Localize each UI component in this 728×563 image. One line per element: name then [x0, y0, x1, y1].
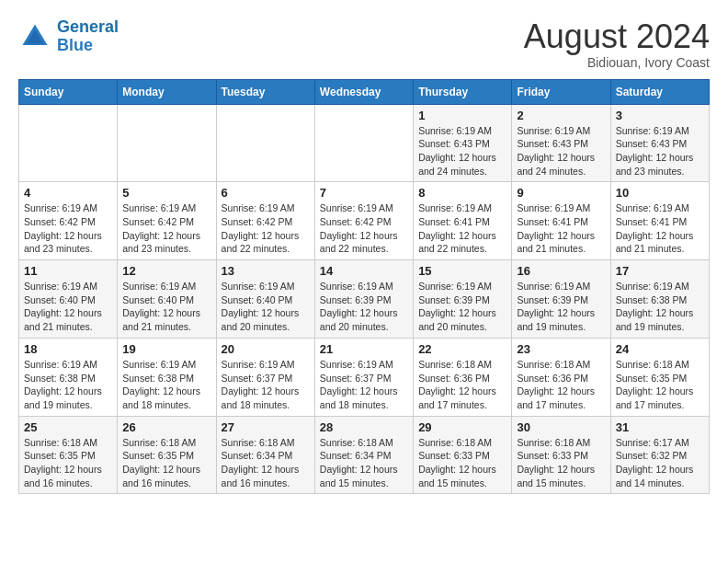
week-row-3: 18Sunrise: 6:19 AMSunset: 6:38 PMDayligh…	[19, 338, 710, 416]
day-info: Sunrise: 6:19 AMSunset: 6:37 PMDaylight:…	[222, 358, 310, 412]
calendar-cell	[314, 104, 413, 182]
calendar-cell: 3Sunrise: 6:19 AMSunset: 6:43 PMDaylight…	[610, 104, 709, 182]
day-info: Sunrise: 6:18 AMSunset: 6:34 PMDaylight:…	[222, 436, 310, 490]
day-number: 9	[517, 186, 605, 200]
header-day-monday: Monday	[118, 79, 216, 104]
header-day-sunday: Sunday	[19, 79, 118, 104]
day-info: Sunrise: 6:19 AMSunset: 6:38 PMDaylight:…	[616, 280, 704, 334]
day-number: 10	[616, 186, 704, 200]
calendar-cell: 13Sunrise: 6:19 AMSunset: 6:40 PMDayligh…	[216, 260, 314, 339]
calendar-cell	[19, 104, 118, 182]
day-number: 28	[320, 420, 408, 434]
calendar-cell: 5Sunrise: 6:19 AMSunset: 6:42 PMDaylight…	[118, 182, 216, 260]
calendar-cell: 7Sunrise: 6:19 AMSunset: 6:42 PMDaylight…	[314, 182, 413, 260]
calendar-cell: 26Sunrise: 6:18 AMSunset: 6:35 PMDayligh…	[118, 416, 216, 494]
calendar-cell: 29Sunrise: 6:18 AMSunset: 6:33 PMDayligh…	[414, 416, 512, 494]
day-info: Sunrise: 6:19 AMSunset: 6:43 PMDaylight:…	[616, 124, 704, 178]
day-info: Sunrise: 6:19 AMSunset: 6:42 PMDaylight:…	[122, 201, 210, 256]
day-number: 16	[517, 264, 605, 278]
day-number: 29	[418, 420, 506, 434]
calendar-cell: 18Sunrise: 6:19 AMSunset: 6:38 PMDayligh…	[19, 338, 118, 416]
day-number: 31	[616, 420, 704, 434]
day-number: 19	[122, 342, 210, 356]
day-info: Sunrise: 6:19 AMSunset: 6:41 PMDaylight:…	[616, 201, 704, 256]
calendar-header: SundayMondayTuesdayWednesdayThursdayFrid…	[19, 79, 710, 104]
day-info: Sunrise: 6:19 AMSunset: 6:40 PMDaylight:…	[24, 280, 112, 334]
week-row-2: 11Sunrise: 6:19 AMSunset: 6:40 PMDayligh…	[19, 260, 710, 339]
day-number: 18	[24, 342, 112, 356]
logo: General Blue	[18, 18, 119, 55]
header-day-tuesday: Tuesday	[216, 79, 314, 104]
day-number: 3	[616, 109, 704, 122]
calendar-cell: 27Sunrise: 6:18 AMSunset: 6:34 PMDayligh…	[216, 416, 314, 494]
day-number: 21	[320, 342, 408, 356]
day-number: 8	[418, 186, 506, 200]
calendar-body: 1Sunrise: 6:19 AMSunset: 6:43 PMDaylight…	[19, 104, 710, 494]
day-number: 27	[222, 420, 310, 434]
day-info: Sunrise: 6:19 AMSunset: 6:40 PMDaylight:…	[222, 280, 310, 334]
day-number: 26	[122, 420, 210, 434]
day-info: Sunrise: 6:17 AMSunset: 6:32 PMDaylight:…	[616, 436, 704, 490]
calendar-table: SundayMondayTuesdayWednesdayThursdayFrid…	[18, 79, 710, 495]
day-number: 24	[616, 342, 704, 356]
day-info: Sunrise: 6:19 AMSunset: 6:42 PMDaylight:…	[320, 201, 408, 256]
day-info: Sunrise: 6:18 AMSunset: 6:35 PMDaylight:…	[616, 358, 704, 412]
week-row-0: 1Sunrise: 6:19 AMSunset: 6:43 PMDaylight…	[19, 104, 710, 182]
calendar-cell: 23Sunrise: 6:18 AMSunset: 6:36 PMDayligh…	[512, 338, 610, 416]
week-row-1: 4Sunrise: 6:19 AMSunset: 6:42 PMDaylight…	[19, 182, 710, 260]
location-subtitle: Bidiouan, Ivory Coast	[524, 55, 710, 70]
calendar-cell: 24Sunrise: 6:18 AMSunset: 6:35 PMDayligh…	[610, 338, 709, 416]
calendar-cell: 11Sunrise: 6:19 AMSunset: 6:40 PMDayligh…	[19, 260, 118, 339]
day-number: 1	[418, 109, 506, 122]
logo-text: General Blue	[57, 18, 119, 55]
calendar-cell: 25Sunrise: 6:18 AMSunset: 6:35 PMDayligh…	[19, 416, 118, 494]
day-info: Sunrise: 6:19 AMSunset: 6:39 PMDaylight:…	[418, 280, 506, 334]
day-number: 30	[517, 420, 605, 434]
calendar-cell: 9Sunrise: 6:19 AMSunset: 6:41 PMDaylight…	[512, 182, 610, 260]
calendar-cell: 28Sunrise: 6:18 AMSunset: 6:34 PMDayligh…	[314, 416, 413, 494]
day-info: Sunrise: 6:18 AMSunset: 6:34 PMDaylight:…	[320, 436, 408, 490]
calendar-cell: 31Sunrise: 6:17 AMSunset: 6:32 PMDayligh…	[610, 416, 709, 494]
day-number: 7	[320, 186, 408, 200]
day-info: Sunrise: 6:18 AMSunset: 6:36 PMDaylight:…	[517, 358, 605, 412]
logo-line2: Blue	[57, 36, 93, 54]
day-number: 13	[222, 264, 310, 278]
day-number: 22	[418, 342, 506, 356]
month-title: August 2024	[524, 18, 710, 55]
calendar-cell: 30Sunrise: 6:18 AMSunset: 6:33 PMDayligh…	[512, 416, 610, 494]
day-number: 2	[517, 109, 605, 122]
day-number: 23	[517, 342, 605, 356]
day-info: Sunrise: 6:19 AMSunset: 6:43 PMDaylight:…	[517, 124, 605, 178]
day-number: 11	[24, 264, 112, 278]
calendar-cell: 16Sunrise: 6:19 AMSunset: 6:39 PMDayligh…	[512, 260, 610, 339]
calendar-cell: 19Sunrise: 6:19 AMSunset: 6:38 PMDayligh…	[118, 338, 216, 416]
logo-line1: General	[57, 17, 119, 36]
day-info: Sunrise: 6:19 AMSunset: 6:37 PMDaylight:…	[320, 358, 408, 412]
calendar-cell: 8Sunrise: 6:19 AMSunset: 6:41 PMDaylight…	[414, 182, 512, 260]
calendar-cell: 14Sunrise: 6:19 AMSunset: 6:39 PMDayligh…	[314, 260, 413, 339]
calendar-cell: 20Sunrise: 6:19 AMSunset: 6:37 PMDayligh…	[216, 338, 314, 416]
calendar-cell: 12Sunrise: 6:19 AMSunset: 6:40 PMDayligh…	[118, 260, 216, 339]
day-number: 14	[320, 264, 408, 278]
day-info: Sunrise: 6:18 AMSunset: 6:35 PMDaylight:…	[24, 436, 112, 490]
day-number: 17	[616, 264, 704, 278]
calendar-cell: 17Sunrise: 6:19 AMSunset: 6:38 PMDayligh…	[610, 260, 709, 339]
header-row: SundayMondayTuesdayWednesdayThursdayFrid…	[19, 79, 710, 104]
day-number: 5	[122, 186, 210, 200]
header-day-wednesday: Wednesday	[314, 79, 413, 104]
day-info: Sunrise: 6:19 AMSunset: 6:39 PMDaylight:…	[320, 280, 408, 334]
week-row-4: 25Sunrise: 6:18 AMSunset: 6:35 PMDayligh…	[19, 416, 710, 494]
day-number: 15	[418, 264, 506, 278]
header-day-friday: Friday	[512, 79, 610, 104]
calendar-cell: 21Sunrise: 6:19 AMSunset: 6:37 PMDayligh…	[314, 338, 413, 416]
logo-icon	[18, 20, 51, 53]
day-info: Sunrise: 6:19 AMSunset: 6:40 PMDaylight:…	[122, 280, 210, 334]
day-info: Sunrise: 6:19 AMSunset: 6:42 PMDaylight:…	[222, 201, 310, 256]
day-info: Sunrise: 6:18 AMSunset: 6:36 PMDaylight:…	[418, 358, 506, 412]
calendar-cell: 2Sunrise: 6:19 AMSunset: 6:43 PMDaylight…	[512, 104, 610, 182]
day-number: 25	[24, 420, 112, 434]
calendar-cell: 22Sunrise: 6:18 AMSunset: 6:36 PMDayligh…	[414, 338, 512, 416]
day-info: Sunrise: 6:18 AMSunset: 6:35 PMDaylight:…	[122, 436, 210, 490]
calendar-cell: 10Sunrise: 6:19 AMSunset: 6:41 PMDayligh…	[610, 182, 709, 260]
day-info: Sunrise: 6:19 AMSunset: 6:39 PMDaylight:…	[517, 280, 605, 334]
